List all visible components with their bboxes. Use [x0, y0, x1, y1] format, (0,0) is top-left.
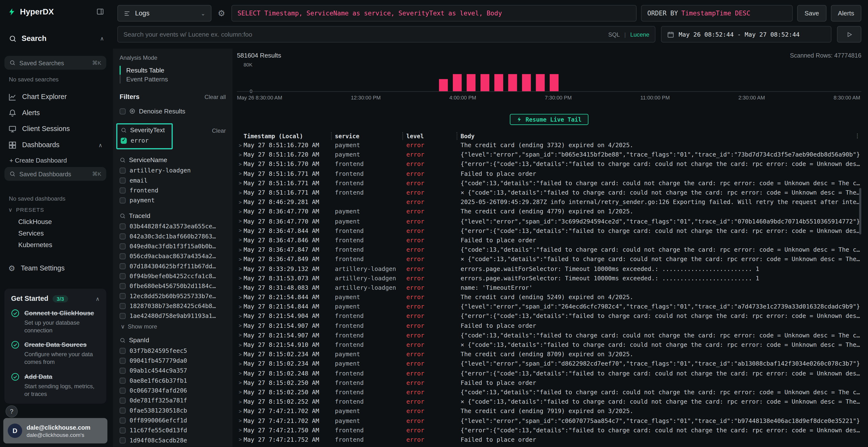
row-expand-chevron-icon[interactable]: > [237, 209, 244, 215]
filter-group-name[interactable]: TraceId [129, 212, 151, 219]
histogram-bar[interactable] [439, 79, 448, 91]
row-expand-chevron-icon[interactable]: > [237, 380, 244, 386]
row-expand-chevron-icon[interactable]: > [237, 266, 244, 271]
clear-severity-filter-button[interactable]: Clear [212, 127, 226, 134]
checkbox[interactable] [120, 283, 126, 289]
chevron-up-icon[interactable]: ∧ [98, 142, 102, 148]
row-expand-chevron-icon[interactable]: > [237, 247, 244, 252]
table-row[interactable]: > May 27 8:21:54.907 AM frontend error {… [237, 331, 862, 340]
table-row[interactable]: > May 27 8:31:53.073 AM artillery-loadge… [237, 274, 862, 283]
row-expand-chevron-icon[interactable]: > [237, 409, 244, 414]
mode-event-patterns[interactable]: Event Patterns [120, 75, 226, 83]
row-expand-chevron-icon[interactable]: > [237, 152, 244, 158]
checkbox[interactable] [120, 437, 126, 443]
row-expand-chevron-icon[interactable]: > [237, 285, 244, 290]
row-expand-chevron-icon[interactable]: > [237, 437, 244, 443]
checkbox[interactable] [120, 233, 126, 239]
run-query-button[interactable] [837, 26, 861, 43]
table-row[interactable]: > May 27 8:15:02.234 AM payment error Th… [237, 349, 862, 359]
presets-section-toggle[interactable]: ∨ PRESETS [8, 207, 44, 213]
checkbox[interactable] [120, 407, 126, 413]
filter-group-name[interactable]: SeverityText [130, 127, 165, 133]
severity-error-checkbox[interactable]: error [121, 136, 165, 145]
saved-dashboards-button[interactable]: Saved Dashboards ⌘K [4, 167, 106, 181]
saved-searches-button[interactable]: Saved Searches ⌘K [4, 56, 106, 70]
chevron-up-icon[interactable]: ∧ [100, 35, 104, 41]
checkbox[interactable] [120, 167, 126, 173]
sidebar-item-chart-explorer[interactable]: Chart Explorer [0, 90, 111, 104]
table-row[interactable]: > May 27 8:36:47.847 AM frontend error {… [237, 245, 862, 254]
traceid-filter-checkbox[interactable]: 12ec8dd52b60b9525733b7e… [120, 291, 226, 301]
histogram-bar[interactable] [480, 74, 490, 91]
chevron-up-icon[interactable]: ∧ [95, 296, 100, 302]
table-row[interactable]: > May 27 8:15:02.252 AM frontend error ×… [237, 397, 862, 407]
checkbox[interactable] [120, 398, 126, 403]
row-expand-chevron-icon[interactable]: > [237, 161, 244, 167]
row-expand-chevron-icon[interactable]: > [237, 399, 244, 405]
checkbox[interactable] [120, 273, 126, 279]
row-expand-chevron-icon[interactable]: > [237, 427, 244, 433]
table-row[interactable]: > May 27 8:36:47.770 AM payment error {"… [237, 216, 862, 226]
collapse-sidebar-icon[interactable] [96, 8, 104, 15]
table-row[interactable]: > May 27 7:47:21.752 AM frontend error F… [237, 435, 862, 444]
col-header-timestamp[interactable]: Timestamp (Local) [244, 133, 331, 139]
row-expand-chevron-icon[interactable]: > [237, 190, 244, 196]
sidebar-item-alerts[interactable]: Alerts [0, 106, 111, 120]
filter-group-name[interactable]: ServiceName [129, 157, 167, 163]
date-range-picker[interactable]: May 26 08:52:44 - May 27 08:52:44 [661, 26, 831, 43]
row-expand-chevron-icon[interactable]: > [237, 180, 244, 186]
checkbox[interactable] [120, 197, 126, 203]
checkbox[interactable] [120, 417, 126, 423]
table-row[interactable]: > May 27 8:51:16.720 AM payment error Th… [237, 140, 862, 150]
sidebar-preset-item[interactable]: Kubernetes [18, 239, 106, 251]
table-row[interactable]: > May 27 8:21:54.904 AM frontend error {… [237, 311, 862, 321]
traceid-filter-checkbox[interactable]: 18287038b73e882425c64b8… [120, 301, 226, 311]
table-row[interactable]: > May 27 8:36:47.770 AM payment error Th… [237, 207, 862, 216]
row-expand-chevron-icon[interactable]: > [237, 304, 244, 309]
checkbox[interactable] [120, 377, 126, 383]
spanid-filter-checkbox[interactable]: 0ae8e1f6c6b37fb1 [120, 375, 226, 385]
checkbox[interactable] [120, 187, 126, 193]
sidebar-item-team-settings[interactable]: ⚙ Team Settings [0, 261, 111, 276]
row-expand-chevron-icon[interactable]: > [237, 295, 244, 300]
checkbox[interactable] [120, 243, 126, 249]
event-search-box[interactable]: SQL | Lucene [117, 26, 656, 43]
traceid-filter-checkbox[interactable]: 056cd9acbaac8637a4354a2… [120, 251, 226, 261]
row-expand-chevron-icon[interactable]: > [237, 323, 244, 329]
row-expand-chevron-icon[interactable]: > [237, 276, 244, 281]
row-expand-chevron-icon[interactable]: > [237, 142, 244, 148]
row-expand-chevron-icon[interactable]: > [237, 418, 244, 424]
events-histogram[interactable]: 80K 0 [237, 62, 862, 92]
checkbox[interactable] [120, 368, 126, 374]
histogram-bar[interactable] [508, 74, 517, 91]
table-row[interactable]: > May 27 8:46:29.281 AM error 2025-05-26… [237, 198, 862, 207]
filter-group-name[interactable]: SpanId [129, 337, 149, 343]
table-row[interactable]: > May 27 7:47:21.702 AM payment error {"… [237, 416, 862, 425]
spanid-filter-checkbox[interactable]: 09ab1c4544c9a357 [120, 366, 226, 375]
get-started-item[interactable]: Connect to ClickHouse Set up your databa… [11, 309, 100, 334]
traceid-filter-checkbox[interactable]: 049ed0ac3fdb1f3f15a0b0b… [120, 241, 226, 251]
histogram-bar[interactable] [453, 74, 462, 91]
histogram-bar[interactable] [550, 74, 559, 91]
row-expand-chevron-icon[interactable]: > [237, 361, 244, 367]
traceid-filter-checkbox[interactable]: 07d184304625bf2f11b67dd… [120, 261, 226, 271]
traceid-filter-checkbox[interactable]: 042a30c3dc1baf660b27863… [120, 231, 226, 241]
mode-results-table[interactable]: Results Table [120, 66, 226, 75]
spanid-filter-checkbox[interactable]: 1d94f08c5acdb28e [120, 435, 226, 445]
row-expand-chevron-icon[interactable]: > [237, 333, 244, 338]
save-button[interactable]: Save [797, 5, 826, 22]
language-toggle-sql[interactable]: SQL [608, 31, 620, 38]
row-expand-chevron-icon[interactable]: > [237, 370, 244, 376]
table-row[interactable]: > May 27 7:47:21.750 AM frontend error {… [237, 425, 862, 435]
checkbox[interactable] [120, 357, 126, 364]
row-expand-chevron-icon[interactable]: > [237, 314, 244, 319]
sql-select-input[interactable]: SELECT Timestamp, ServiceName as service… [231, 5, 637, 22]
service-filter-checkbox[interactable]: payment [120, 195, 226, 205]
table-row[interactable]: > May 27 8:21:54.844 AM payment error {"… [237, 302, 862, 311]
sidebar-preset-item[interactable]: ClickHouse [18, 216, 106, 228]
table-row[interactable]: > May 27 8:21:54.907 AM frontend error F… [237, 321, 862, 331]
table-row[interactable]: > May 27 8:21:54.910 AM frontend error ×… [237, 340, 862, 349]
table-row[interactable]: > May 27 8:31:48.083 AM artillery-loadge… [237, 283, 862, 293]
checkbox[interactable] [120, 293, 126, 299]
traceid-filter-checkbox[interactable]: 0fbe680eb456750b2d1184c… [120, 281, 226, 291]
